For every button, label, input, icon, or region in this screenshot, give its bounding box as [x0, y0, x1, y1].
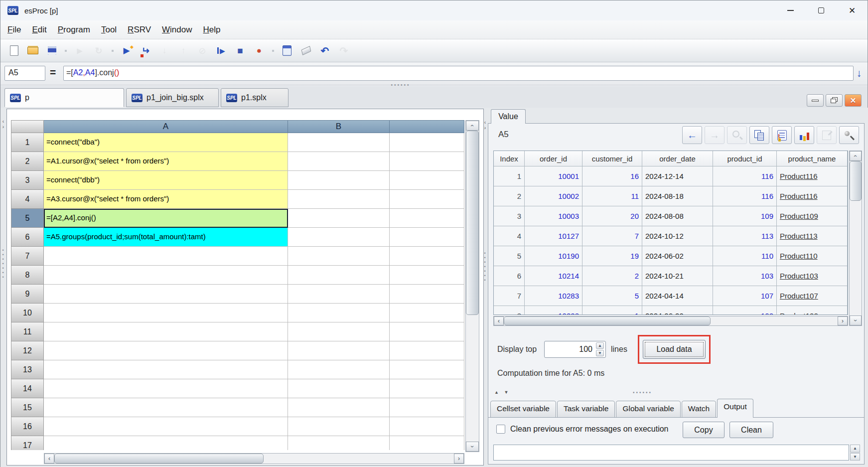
row-header-11[interactable]: 11	[11, 322, 44, 341]
cell-c8[interactable]	[390, 266, 464, 285]
grid-corner-cell[interactable]	[11, 120, 44, 133]
cell-c12[interactable]	[390, 341, 464, 360]
minimize-window-icon[interactable]	[775, 0, 806, 20]
cell-a7[interactable]	[44, 247, 288, 266]
cell-b16[interactable]	[288, 417, 390, 436]
menu-item-edit[interactable]: Edit	[26, 23, 52, 37]
cell-b2[interactable]	[288, 152, 390, 171]
mdi-close-icon[interactable]: ✕	[845, 94, 862, 107]
cell-b5[interactable]	[288, 209, 390, 228]
grid-vertical-scrollbar[interactable]: ‹ ›	[465, 120, 479, 452]
cell-b6[interactable]	[288, 228, 390, 247]
breakpoint-icon[interactable]	[252, 43, 267, 58]
menu-item-help[interactable]: Help	[198, 23, 226, 37]
scroll-right-icon[interactable]: ›	[454, 454, 464, 464]
value-hscroll-thumb[interactable]	[504, 316, 711, 325]
bottom-splitter-arrows-icon[interactable]: ▲ ▼	[494, 390, 510, 395]
record-view-icon[interactable]	[772, 126, 792, 144]
tab-watch[interactable]: Watch	[682, 401, 716, 418]
cell-a8[interactable]	[44, 266, 288, 285]
spin-down-icon[interactable]: ▼	[596, 350, 604, 356]
file-tab-p[interactable]: SPLp	[4, 88, 124, 107]
file-tab-p1-splx[interactable]: SPLp1.splx	[221, 88, 289, 107]
row-header-8[interactable]: 8	[11, 266, 44, 285]
cell-a13[interactable]	[44, 360, 288, 379]
cell-b14[interactable]	[288, 379, 390, 398]
grid-vscroll-thumb[interactable]	[466, 131, 479, 315]
tab-output[interactable]: Output	[717, 399, 753, 418]
formula-input[interactable]: =[A2,A4].conj()	[63, 66, 854, 81]
cell-a10[interactable]	[44, 304, 288, 322]
tab-cellset-variable[interactable]: Cellset variable	[490, 401, 556, 418]
cell-c1[interactable]	[390, 133, 464, 152]
cell-b4[interactable]	[288, 190, 390, 209]
cell-b11[interactable]	[288, 322, 390, 341]
close-window-icon[interactable]: ✕	[837, 0, 868, 20]
value-vscroll-thumb[interactable]	[850, 161, 862, 201]
menu-item-rsrv[interactable]: RSRV	[122, 23, 156, 37]
display-top-spinner[interactable]: 100 ▲ ▼	[544, 341, 606, 358]
cell-b7[interactable]	[288, 247, 390, 266]
column-header-partial[interactable]	[390, 120, 464, 133]
bottom-splitter-handle[interactable]: ••••••	[633, 390, 652, 395]
left-collapse-arrows-icon[interactable]: ‹›	[1, 119, 5, 130]
row-header-9[interactable]: 9	[11, 285, 44, 304]
pause-icon[interactable]	[214, 43, 229, 58]
cell-a12[interactable]	[44, 341, 288, 360]
cell-b15[interactable]	[288, 398, 390, 417]
tab-global-variable[interactable]: Global variable	[616, 401, 680, 418]
cell-reference-input[interactable]: A5	[4, 66, 45, 81]
mdi-minimize-icon[interactable]	[807, 94, 824, 107]
cell-b1[interactable]	[288, 133, 390, 152]
menu-item-tool[interactable]: Tool	[96, 23, 122, 37]
menu-item-window[interactable]: Window	[156, 23, 197, 37]
value-column-header-product_id[interactable]: product_id	[713, 151, 777, 166]
execute-icon[interactable]	[119, 43, 134, 58]
value-horizontal-scrollbar[interactable]: ‹ ›	[493, 316, 848, 326]
cell-a14[interactable]	[44, 379, 288, 398]
row-header-13[interactable]: 13	[11, 360, 44, 379]
menu-item-program[interactable]: Program	[52, 23, 96, 37]
cell-c10[interactable]	[390, 304, 464, 322]
cell-b9[interactable]	[288, 285, 390, 304]
row-header-3[interactable]: 3	[11, 171, 44, 190]
value-column-header-index[interactable]: Index	[494, 151, 525, 166]
cell-c2[interactable]	[390, 152, 464, 171]
cell-b3[interactable]	[288, 171, 390, 190]
output-log-textarea[interactable]	[493, 445, 849, 461]
cell-c5[interactable]	[390, 209, 464, 228]
cell-c6[interactable]	[390, 228, 464, 247]
calculate-icon[interactable]	[280, 43, 294, 58]
row-header-16[interactable]: 16	[11, 417, 44, 436]
chart-icon[interactable]	[794, 126, 814, 144]
cell-c9[interactable]	[390, 285, 464, 304]
cell-a17[interactable]	[44, 436, 288, 450]
panel-splitter-arrows-icon[interactable]: ‹›	[483, 120, 487, 131]
back-icon[interactable]	[682, 126, 702, 144]
cell-c3[interactable]	[390, 171, 464, 190]
cell-a1[interactable]: =connect("dba")	[44, 133, 288, 152]
value-column-header-product_name[interactable]: product_name	[777, 151, 848, 166]
value-column-header-order_date[interactable]: order_date	[642, 151, 713, 166]
row-header-10[interactable]: 10	[11, 304, 44, 322]
display-top-value[interactable]: 100	[579, 345, 592, 354]
cell-b8[interactable]	[288, 266, 390, 285]
stop-icon[interactable]	[233, 43, 248, 58]
spin-up-icon[interactable]: ▲	[596, 342, 604, 349]
row-header-6[interactable]: 6	[11, 228, 44, 247]
cell-a5[interactable]: =[A2,A4].conj()	[44, 209, 288, 228]
cell-c13[interactable]	[390, 360, 464, 379]
grid-hscroll-thumb[interactable]	[54, 454, 264, 464]
left-splitter-handle[interactable]: •••••••	[1, 248, 4, 280]
scroll-left-icon[interactable]: ‹	[494, 316, 504, 325]
cell-a11[interactable]	[44, 322, 288, 341]
cell-c11[interactable]	[390, 322, 464, 341]
value-vertical-scrollbar[interactable]: ‹ ›	[849, 151, 862, 326]
save-file-icon[interactable]	[44, 43, 59, 58]
column-header-a[interactable]: A	[44, 120, 288, 133]
scroll-down-icon[interactable]: ›	[850, 315, 862, 325]
copy-button[interactable]: Copy	[683, 422, 724, 438]
undo-icon[interactable]	[317, 43, 332, 58]
cell-a2[interactable]: =A1.cursor@x("select * from orders")	[44, 152, 288, 171]
cell-c7[interactable]	[390, 247, 464, 266]
